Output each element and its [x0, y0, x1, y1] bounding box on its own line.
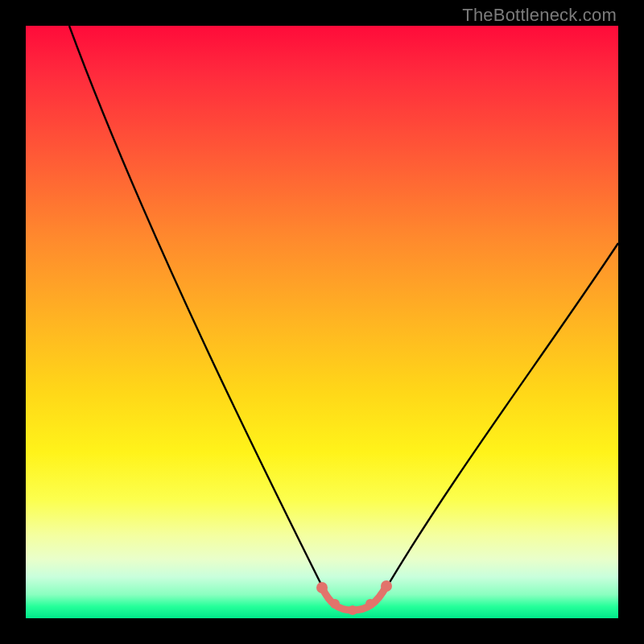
highlight-dot-left: [316, 582, 328, 593]
highlight-dot-mid3: [365, 599, 375, 609]
highlight-dot-mid1: [330, 599, 340, 609]
highlight-dot-right: [381, 580, 392, 592]
chart-plot-area: [26, 26, 618, 618]
bottleneck-curve: [26, 26, 618, 618]
curve-path: [69, 26, 618, 610]
watermark-text: TheBottleneck.com: [462, 5, 617, 26]
highlight-dot-mid2: [348, 605, 357, 615]
chart-frame: TheBottleneck.com: [0, 0, 644, 644]
